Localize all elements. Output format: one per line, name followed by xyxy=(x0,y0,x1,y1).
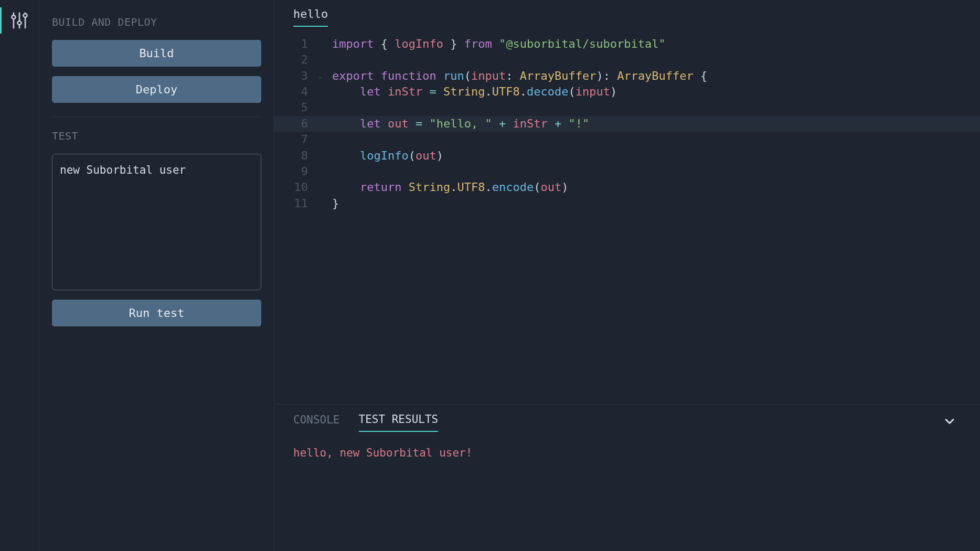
settings-sliders-icon[interactable] xyxy=(8,9,30,31)
tab-hello[interactable]: hello xyxy=(293,7,328,27)
line-number: 5 xyxy=(274,100,315,115)
fold-icon[interactable]: ⌄ xyxy=(315,68,325,84)
line-number: 9 xyxy=(274,164,315,179)
svg-point-3 xyxy=(18,21,22,25)
code-content: let out = "hello, " + inStr + "!" xyxy=(325,116,589,132)
test-heading: TEST xyxy=(52,130,261,142)
code-content: } xyxy=(325,196,339,211)
svg-point-1 xyxy=(12,15,15,19)
icon-rail xyxy=(0,0,39,551)
panel-tab-bar: CONSOLE TEST RESULTS xyxy=(274,405,980,432)
code-content: export function run(input: ArrayBuffer):… xyxy=(325,68,707,84)
code-editor[interactable]: 1import { logInfo } from "@suborbital/su… xyxy=(274,27,980,404)
build-deploy-heading: BUILD AND DEPLOY xyxy=(52,16,261,28)
line-number: 11 xyxy=(274,196,315,211)
code-content: return String.UTF8.encode(out) xyxy=(325,179,568,195)
code-content: logInfo(out) xyxy=(325,148,443,164)
line-number: 8 xyxy=(274,148,315,164)
line-number: 4 xyxy=(274,84,315,100)
sidebar: BUILD AND DEPLOY Build Deploy TEST Run t… xyxy=(39,0,274,551)
code-content: import { logInfo } from "@suborbital/sub… xyxy=(325,36,666,52)
line-number: 3 xyxy=(274,68,315,84)
build-button[interactable]: Build xyxy=(52,40,261,67)
run-test-button[interactable]: Run test xyxy=(52,300,261,326)
editor-tab-bar: hello xyxy=(274,0,980,27)
divider xyxy=(52,116,261,117)
tab-console[interactable]: CONSOLE xyxy=(293,414,340,431)
line-number: 6 xyxy=(274,116,315,132)
test-output: hello, new Suborbital user! xyxy=(274,432,980,474)
chevron-down-icon[interactable] xyxy=(942,414,961,431)
main-area: hello 1import { logInfo } from "@suborbi… xyxy=(274,0,980,551)
test-input[interactable] xyxy=(52,154,261,290)
line-number: 7 xyxy=(274,132,315,147)
code-content: let inStr = String.UTF8.decode(input) xyxy=(325,84,617,100)
tab-test-results[interactable]: TEST RESULTS xyxy=(359,413,439,432)
deploy-button[interactable]: Deploy xyxy=(52,76,261,103)
line-number: 10 xyxy=(274,179,315,195)
svg-point-5 xyxy=(24,14,27,17)
line-number: 2 xyxy=(274,52,315,68)
line-number: 1 xyxy=(274,36,315,52)
bottom-panel: CONSOLE TEST RESULTS hello, new Suborbit… xyxy=(274,404,980,551)
